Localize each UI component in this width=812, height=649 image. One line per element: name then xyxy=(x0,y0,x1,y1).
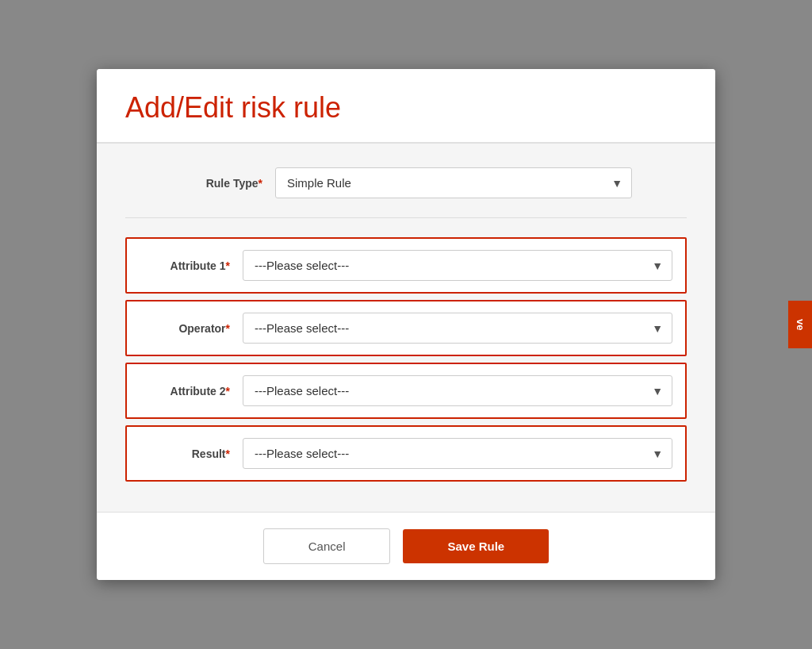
attribute2-label: Attribute 2* xyxy=(140,385,243,397)
operator-label: Operator* xyxy=(140,322,243,335)
result-label: Result* xyxy=(140,447,243,460)
attribute1-row: Attribute 1* ---Please select--- ▼ xyxy=(125,237,687,294)
add-edit-risk-rule-modal: Add/Edit risk rule Rule Type* Simple Rul… xyxy=(97,69,715,580)
rule-type-select-wrapper: Simple Rule ▼ xyxy=(275,167,632,198)
operator-row: Operator* ---Please select--- ▼ xyxy=(125,300,687,356)
operator-required-star: * xyxy=(226,322,230,335)
attribute2-select-wrapper: ---Please select--- ▼ xyxy=(243,375,672,406)
attribute1-label: Attribute 1* xyxy=(140,259,243,272)
modal-overlay: ve Add/Edit risk rule Rule Type* Simple … xyxy=(0,0,812,649)
attribute2-select[interactable]: ---Please select--- xyxy=(243,375,672,406)
save-rule-button[interactable]: Save Rule xyxy=(403,529,549,563)
modal-footer: Cancel Save Rule xyxy=(97,512,715,580)
side-button-label: ve xyxy=(795,319,806,330)
attribute2-row: Attribute 2* ---Please select--- ▼ xyxy=(125,363,687,419)
result-select-wrapper: ---Please select--- ▼ xyxy=(243,438,672,469)
rule-type-select[interactable]: Simple Rule xyxy=(275,167,632,198)
rule-type-required-star: * xyxy=(259,177,262,190)
operator-select[interactable]: ---Please select--- xyxy=(243,313,672,344)
operator-select-wrapper: ---Please select--- ▼ xyxy=(243,313,672,344)
modal-title: Add/Edit risk rule xyxy=(125,91,687,125)
cancel-button[interactable]: Cancel xyxy=(263,528,391,564)
result-required-star: * xyxy=(226,447,230,460)
result-row: Result* ---Please select--- ▼ xyxy=(125,425,687,482)
attribute1-select-wrapper: ---Please select--- ▼ xyxy=(243,250,672,281)
rule-type-row: Rule Type* Simple Rule ▼ xyxy=(125,167,687,218)
attribute1-select[interactable]: ---Please select--- xyxy=(243,250,672,281)
modal-header: Add/Edit risk rule xyxy=(97,69,715,144)
result-select[interactable]: ---Please select--- xyxy=(243,438,672,469)
modal-body: Rule Type* Simple Rule ▼ Attribute 1* xyxy=(97,144,715,512)
attribute2-required-star: * xyxy=(226,385,230,397)
fields-section: Attribute 1* ---Please select--- ▼ Opera… xyxy=(125,237,687,488)
rule-type-label: Rule Type* xyxy=(180,177,275,190)
attribute1-required-star: * xyxy=(226,259,230,272)
side-panel-button[interactable]: ve xyxy=(788,301,812,348)
